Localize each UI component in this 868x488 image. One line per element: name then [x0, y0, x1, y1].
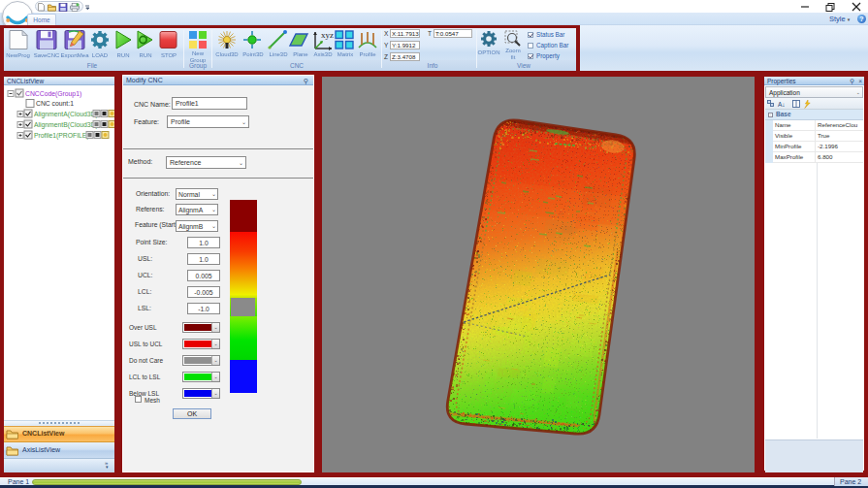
- svg-text:AlignmentB(Cloud3D): AlignmentB(Cloud3D): [34, 121, 98, 129]
- svg-text:A↓: A↓: [778, 101, 786, 108]
- svg-text:Profile1(PROFILE): Profile1(PROFILE): [34, 132, 89, 140]
- svg-text:xyz: xyz: [321, 30, 334, 40]
- svg-text:AlignmentA(Cloud3D): AlignmentA(Cloud3D): [34, 111, 98, 118]
- svg-text:CNCCode(Group1): CNCCode(Group1): [25, 90, 81, 98]
- svg-text:CNC count:1: CNC count:1: [36, 100, 74, 107]
